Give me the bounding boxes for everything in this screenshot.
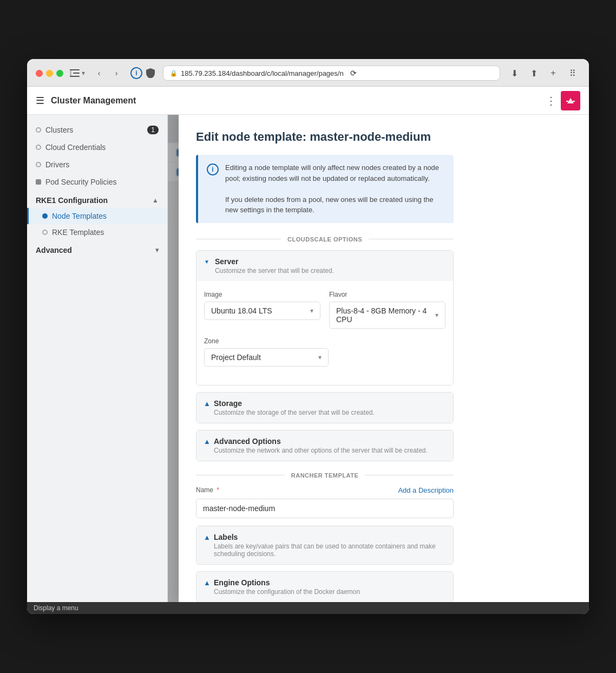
engine-options-arrow-icon: ▶ bbox=[204, 580, 209, 585]
storage-subtitle: Customize the storage of the server that… bbox=[214, 409, 375, 416]
server-accordion-header[interactable]: ▼ Server Customize the server that will … bbox=[196, 251, 453, 281]
rke1-chevron-icon: ▲ bbox=[152, 197, 159, 204]
storage-accordion-header[interactable]: ▶ Storage Customize the storage of the s… bbox=[196, 393, 453, 423]
sidebar-item-pod-security[interactable]: Pod Security Policies bbox=[27, 173, 167, 191]
image-label: Image bbox=[204, 291, 320, 298]
close-button[interactable] bbox=[36, 70, 43, 77]
zone-group: Zone Project Default ▾ bbox=[204, 337, 329, 367]
app-title: Cluster Management bbox=[51, 96, 136, 106]
labels-accordion: ▶ Labels Labels are key/value pairs that… bbox=[196, 526, 454, 565]
zone-value: Project Default bbox=[211, 353, 261, 362]
advanced-options-accordion: ▶ Advanced Options Customize the network… bbox=[196, 430, 454, 461]
advanced-options-arrow-icon: ▶ bbox=[204, 439, 209, 443]
cloud-credentials-icon bbox=[36, 145, 41, 150]
address-bar[interactable]: 🔒 185.79.235.184/dashboard/c/local/manag… bbox=[163, 66, 500, 81]
sidebar-cloud-credentials-label: Cloud Credentials bbox=[45, 143, 106, 152]
share-icon[interactable]: ⬆ bbox=[526, 66, 541, 81]
sidebar-item-clusters[interactable]: Clusters 1 bbox=[27, 121, 167, 139]
flavor-group: Flavor Plus-8-4 - 8GB Memory - 4 CPU ▾ bbox=[329, 291, 445, 329]
cloudscale-section-divider: CLOUDSCALE OPTIONS bbox=[196, 236, 454, 243]
info-security-icon: i bbox=[130, 67, 142, 79]
lock-icon: 🔒 bbox=[170, 70, 178, 77]
engine-options-subtitle: Customize the configuration of the Docke… bbox=[214, 588, 360, 596]
labels-accordion-header[interactable]: ▶ Labels Labels are key/value pairs that… bbox=[196, 526, 453, 564]
advanced-options-title: Advanced Options bbox=[214, 437, 428, 446]
grid-icon[interactable]: ⠿ bbox=[565, 66, 580, 81]
required-star: * bbox=[217, 486, 219, 494]
sidebar-item-drivers[interactable]: Drivers bbox=[27, 156, 167, 173]
drivers-icon bbox=[36, 162, 41, 167]
engine-options-accordion: ▶ Engine Options Customize the configura… bbox=[196, 571, 454, 603]
image-flavor-row: Image Ubuntu 18.04 LTS ▾ Flavor bbox=[204, 291, 445, 329]
server-accordion: ▼ Server Customize the server that will … bbox=[196, 250, 454, 385]
sidebar-item-cloud-credentials[interactable]: Cloud Credentials bbox=[27, 139, 167, 156]
hamburger-menu[interactable]: ☰ bbox=[36, 95, 44, 107]
node-templates-icon bbox=[42, 213, 48, 219]
image-chevron-icon: ▾ bbox=[310, 307, 313, 315]
modal-title: Edit node template: master-node-medium bbox=[196, 130, 454, 144]
add-description-link[interactable]: Add a Description bbox=[398, 486, 454, 494]
storage-arrow-icon: ▶ bbox=[204, 401, 209, 406]
image-group: Image Ubuntu 18.04 LTS ▾ bbox=[204, 291, 320, 329]
flavor-select[interactable]: Plus-8-4 - 8GB Memory - 4 CPU ▾ bbox=[329, 302, 445, 329]
rancher-section-divider: RANCHER TEMPLATE bbox=[196, 472, 454, 479]
server-arrow-icon: ▼ bbox=[204, 259, 209, 265]
maximize-button[interactable] bbox=[56, 70, 63, 77]
zone-row: Zone Project Default ▾ bbox=[204, 337, 445, 367]
zone-select[interactable]: Project Default ▾ bbox=[204, 348, 329, 367]
zone-chevron-icon: ▾ bbox=[318, 354, 322, 361]
advanced-section-header[interactable]: Advanced ▾ bbox=[27, 240, 167, 258]
forward-button[interactable]: › bbox=[109, 66, 124, 81]
name-label: Name * bbox=[196, 486, 219, 494]
main-content: Clusters 1 Cloud Credentials Drivers Pod… bbox=[27, 115, 589, 602]
server-title: Server bbox=[215, 257, 334, 266]
shield-icon bbox=[145, 67, 156, 79]
sidebar-toggle-button[interactable]: ▾ bbox=[70, 69, 85, 77]
sidebar-item-node-templates[interactable]: Node Templates bbox=[27, 208, 167, 224]
labels-subtitle: Labels are key/value pairs that can be u… bbox=[214, 543, 445, 558]
sidebar-rke-templates-label: RKE Templates bbox=[52, 228, 104, 237]
advanced-options-accordion-header[interactable]: ▶ Advanced Options Customize the network… bbox=[196, 430, 453, 461]
rke1-section-header[interactable]: RKE1 Configuration ▲ bbox=[27, 191, 167, 208]
svg-rect-3 bbox=[70, 69, 71, 77]
labels-title: Labels bbox=[214, 533, 445, 541]
info-text: Editing a node template will only affect… bbox=[225, 162, 445, 215]
new-tab-icon[interactable]: + bbox=[546, 66, 561, 81]
labels-arrow-icon: ▶ bbox=[204, 535, 209, 539]
edit-node-template-modal: Edit node template: master-node-medium i… bbox=[179, 115, 589, 602]
download-icon[interactable]: ⬇ bbox=[507, 66, 522, 81]
advanced-options-subtitle: Customize the network and other options … bbox=[214, 447, 428, 454]
more-options-button[interactable]: ⋮ bbox=[546, 94, 556, 107]
server-accordion-body: Image Ubuntu 18.04 LTS ▾ Flavor bbox=[196, 281, 453, 385]
nav-arrows: ‹ › bbox=[91, 66, 124, 81]
refresh-icon[interactable]: ⟳ bbox=[350, 69, 357, 77]
sidebar: Clusters 1 Cloud Credentials Drivers Pod… bbox=[27, 115, 168, 602]
rke1-section-label: RKE1 Configuration bbox=[36, 196, 108, 205]
pod-security-icon bbox=[36, 179, 41, 185]
image-select[interactable]: Ubuntu 18.04 LTS ▾ bbox=[204, 302, 320, 320]
server-subtitle: Customize the server that will be create… bbox=[215, 267, 334, 275]
status-text: Display a menu bbox=[34, 604, 78, 612]
browser-actions: ⬇ ⬆ + ⠿ bbox=[507, 66, 580, 81]
app-header: ☰ Cluster Management ⋮ bbox=[27, 87, 589, 115]
sidebar-node-templates-label: Node Templates bbox=[52, 212, 107, 220]
back-button[interactable]: ‹ bbox=[91, 66, 107, 81]
flavor-label: Flavor bbox=[329, 291, 445, 298]
security-icons: i bbox=[130, 67, 156, 79]
zone-label: Zone bbox=[204, 337, 329, 345]
name-input[interactable] bbox=[196, 499, 454, 518]
svg-rect-1 bbox=[73, 73, 80, 74]
center-content: 🗑 Delete ✓ State Owner: D ✓ Activ bbox=[168, 115, 589, 602]
info-box: i Editing a node template will only affe… bbox=[196, 155, 454, 223]
info-icon: i bbox=[207, 164, 219, 175]
name-field-header: Name * Add a Description bbox=[196, 486, 454, 494]
clusters-icon bbox=[36, 127, 41, 133]
flavor-chevron-icon: ▾ bbox=[435, 311, 438, 319]
minimize-button[interactable] bbox=[46, 70, 53, 77]
sidebar-item-rke-templates[interactable]: RKE Templates bbox=[27, 224, 167, 240]
rancher-logo bbox=[561, 91, 580, 110]
storage-accordion: ▶ Storage Customize the storage of the s… bbox=[196, 392, 454, 423]
advanced-section-label: Advanced bbox=[36, 246, 72, 254]
engine-options-accordion-header[interactable]: ▶ Engine Options Customize the configura… bbox=[196, 572, 453, 602]
sidebar-drivers-label: Drivers bbox=[45, 160, 69, 169]
